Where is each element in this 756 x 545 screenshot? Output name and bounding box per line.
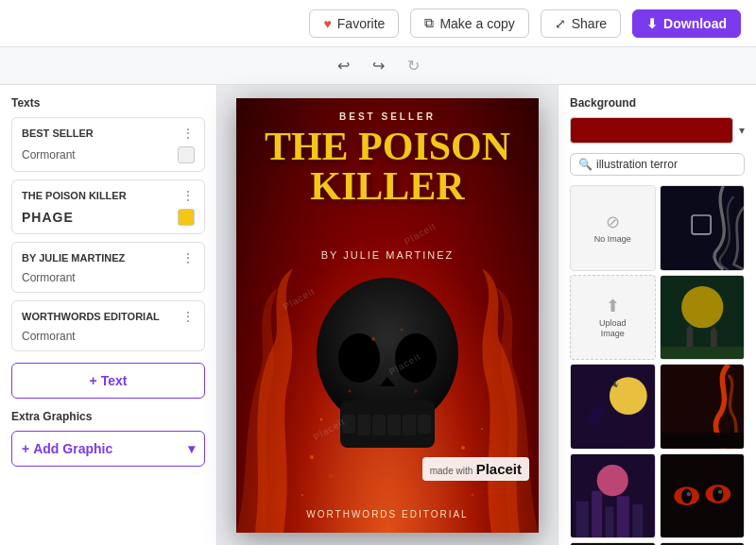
make-copy-button[interactable]: ⧉ Make a copy bbox=[410, 9, 528, 38]
svg-rect-40 bbox=[661, 454, 745, 538]
background-label: Background bbox=[570, 96, 745, 110]
placeit-badge: made with Placeit bbox=[422, 457, 529, 481]
svg-rect-26 bbox=[686, 328, 693, 347]
upload-icon: ⬆ bbox=[606, 296, 620, 316]
rotate-icon: ↻ bbox=[407, 58, 420, 74]
svg-point-43 bbox=[681, 488, 692, 502]
canvas-area: BEST SELLER THE POISONKILLER BY JULIE MA… bbox=[217, 85, 558, 545]
svg-rect-27 bbox=[711, 330, 717, 347]
background-color-swatch[interactable] bbox=[570, 117, 733, 144]
share-label: Share bbox=[572, 16, 607, 31]
bg-color-dropdown-icon[interactable]: ▾ bbox=[739, 124, 745, 137]
book-cover[interactable]: BEST SELLER THE POISONKILLER BY JULIE MA… bbox=[236, 98, 539, 533]
svg-point-18 bbox=[371, 337, 375, 341]
font-name-4: Cormorant bbox=[22, 330, 76, 343]
rotate-button[interactable]: ↻ bbox=[402, 53, 425, 78]
text-item-poison-killer[interactable]: THE POISON KILLER ⋮ PHAGE bbox=[11, 179, 205, 234]
search-box: 🔍 bbox=[570, 153, 745, 176]
image-cell-1[interactable] bbox=[660, 185, 746, 271]
cover-title-text: THE POISONKILLER bbox=[236, 127, 539, 206]
svg-point-19 bbox=[401, 328, 404, 331]
upload-label: UploadImage bbox=[599, 318, 627, 339]
cover-author-text: BY JULIE MARTINEZ bbox=[236, 249, 539, 261]
text-item-worthwords[interactable]: WORTHWORDS EDITORIAL ⋮ Cormorant bbox=[11, 300, 205, 351]
redo-icon: ↪ bbox=[372, 58, 385, 74]
cover-best-seller-text: BEST SELLER bbox=[236, 111, 539, 122]
add-graphic-label: Add Graphic bbox=[33, 441, 112, 456]
svg-point-25 bbox=[681, 286, 723, 328]
svg-rect-39 bbox=[632, 504, 643, 537]
plus-icon: + bbox=[22, 441, 29, 456]
heart-icon: ♥ bbox=[323, 16, 331, 31]
no-image-cell[interactable]: ⊘ No Image bbox=[570, 185, 656, 271]
font-color-1[interactable] bbox=[178, 146, 195, 163]
image-cell-4[interactable] bbox=[660, 364, 746, 450]
image-cell-3[interactable] bbox=[570, 364, 656, 450]
add-graphic-button[interactable]: + Add Graphic ▾ bbox=[11, 431, 205, 467]
undo-button[interactable]: ↩ bbox=[332, 53, 355, 78]
font-color-2[interactable] bbox=[178, 209, 195, 226]
texts-section-title: Texts bbox=[11, 96, 205, 110]
toolbar: ↩ ↪ ↻ bbox=[0, 47, 756, 85]
copy-icon: ⧉ bbox=[424, 15, 434, 31]
text-item-menu-2[interactable]: ⋮ bbox=[181, 188, 195, 203]
font-name-3: Cormorant bbox=[22, 271, 76, 284]
share-button[interactable]: ⤢ Share bbox=[541, 9, 621, 38]
cover-publisher-text: WORTHWORDS EDITORIAL bbox=[236, 509, 539, 519]
svg-rect-36 bbox=[592, 490, 602, 537]
favorite-label: Favorite bbox=[337, 16, 386, 31]
skull-image bbox=[293, 268, 482, 476]
text-item-label-1: BEST SELLER bbox=[22, 128, 94, 139]
svg-rect-15 bbox=[387, 415, 401, 435]
svg-rect-32 bbox=[661, 433, 745, 449]
svg-rect-28 bbox=[661, 347, 745, 359]
chevron-down-icon: ▾ bbox=[188, 441, 195, 456]
svg-point-45 bbox=[686, 491, 690, 495]
text-item-best-seller[interactable]: BEST SELLER ⋮ Cormorant bbox=[11, 117, 205, 172]
text-item-julie[interactable]: BY JULIE MARTINEZ ⋮ Cormorant bbox=[11, 242, 205, 293]
search-input[interactable] bbox=[596, 158, 736, 171]
background-color-row: ▾ bbox=[570, 117, 745, 144]
download-button[interactable]: ⬇ Download bbox=[632, 9, 741, 38]
svg-rect-16 bbox=[403, 415, 416, 435]
svg-point-21 bbox=[349, 389, 352, 392]
font-name-1: Cormorant bbox=[22, 148, 76, 162]
left-panel: Texts BEST SELLER ⋮ Cormorant THE POISON… bbox=[0, 85, 217, 545]
extra-graphics-title: Extra Graphics bbox=[11, 410, 205, 423]
svg-point-44 bbox=[713, 486, 723, 501]
image-cell-6[interactable] bbox=[660, 453, 746, 539]
right-panel: Background ▾ 🔍 ⊘ No Image bbox=[558, 85, 756, 545]
favorite-button[interactable]: ♥ Favorite bbox=[309, 9, 399, 38]
download-icon: ⬇ bbox=[646, 16, 658, 31]
redo-button[interactable]: ↪ bbox=[367, 53, 390, 78]
upload-image-cell[interactable]: ⬆ UploadImage bbox=[570, 275, 656, 361]
svg-rect-38 bbox=[617, 496, 629, 537]
svg-rect-13 bbox=[357, 415, 370, 435]
svg-rect-35 bbox=[576, 501, 589, 537]
font-name-2: PHAGE bbox=[22, 210, 74, 225]
text-item-label-3: BY JULIE MARTINEZ bbox=[22, 252, 125, 264]
text-item-menu-1[interactable]: ⋮ bbox=[181, 126, 195, 141]
image-cell-5[interactable] bbox=[570, 453, 656, 539]
download-label: Download bbox=[663, 16, 727, 31]
text-item-menu-4[interactable]: ⋮ bbox=[181, 309, 195, 324]
svg-rect-17 bbox=[418, 415, 431, 434]
main-layout: Texts BEST SELLER ⋮ Cormorant THE POISON… bbox=[0, 85, 756, 545]
header: ♥ Favorite ⧉ Make a copy ⤢ Share ⬇ Downl… bbox=[0, 0, 756, 47]
svg-rect-12 bbox=[342, 415, 355, 434]
share-icon: ⤢ bbox=[555, 16, 566, 31]
text-item-label-2: THE POISON KILLER bbox=[22, 190, 127, 201]
image-grid: ⊘ No Image ⬆ UploadImage bbox=[570, 185, 745, 545]
svg-point-20 bbox=[414, 389, 418, 393]
svg-point-46 bbox=[717, 489, 721, 493]
undo-icon: ↩ bbox=[337, 58, 350, 74]
no-image-icon: ⊘ bbox=[606, 212, 620, 232]
text-item-label-4: WORTHWORDS EDITORIAL bbox=[22, 311, 160, 322]
text-item-menu-3[interactable]: ⋮ bbox=[181, 250, 195, 265]
no-image-label: No Image bbox=[594, 234, 631, 244]
svg-point-11 bbox=[395, 333, 437, 383]
add-graphic-left: + Add Graphic bbox=[22, 441, 112, 456]
image-cell-2[interactable] bbox=[660, 275, 746, 361]
search-icon: 🔍 bbox=[578, 158, 593, 171]
add-text-button[interactable]: + Text bbox=[11, 363, 205, 399]
